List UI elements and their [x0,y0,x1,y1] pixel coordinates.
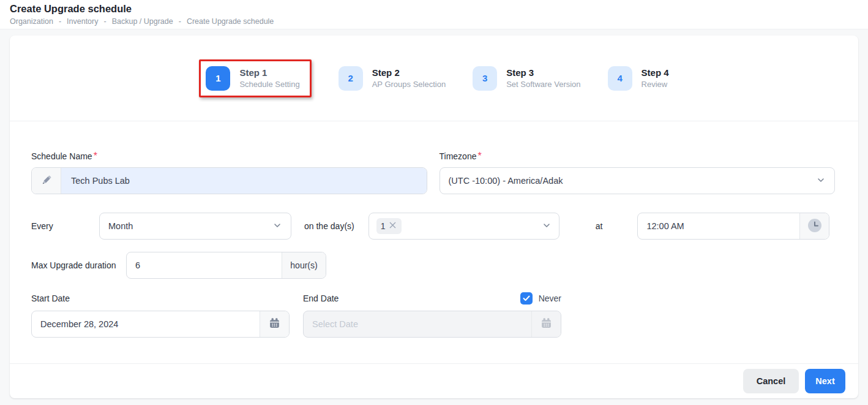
step-1-badge: 1 [206,66,230,91]
stepper-step-3[interactable]: 3 Step 3 Set Software Version [473,66,580,91]
start-date-control [31,311,290,338]
breadcrumb-item-organization[interactable]: Organization [10,17,53,26]
next-button[interactable]: Next [805,369,845,393]
step-4-badge: 4 [608,66,632,91]
duration-control: hour(s) [126,252,326,279]
breadcrumb-separator: - [59,17,61,26]
page-title: Create Upgrade schedule [10,3,858,15]
timezone-select[interactable]: (UTC -10:00) - America/Adak [440,167,836,194]
required-asterisk: * [94,151,97,162]
schedule-name-field-group: Schedule Name * [31,151,427,194]
never-label: Never [539,293,561,303]
timezone-field-group: Timezone * (UTC -10:00) - America/Adak [440,151,836,194]
start-date-input[interactable] [32,311,260,337]
timezone-selected-value: (UTC -10:00) - America/Adak [449,176,563,186]
max-upgrade-duration-label: Max Upgrade duration [31,260,126,270]
chevron-down-icon [272,221,282,232]
timezone-label: Timezone [440,151,477,161]
step-1-title: Step 1 [239,67,299,78]
breadcrumb-separator: - [103,17,106,26]
wizard-stepper: 1 Step 1 Schedule Setting 2 Step 2 AP Gr… [10,36,858,121]
start-date-field-group: Start Date [31,292,290,338]
breadcrumb-item-backup-upgrade[interactable]: Backup / Upgrade [112,17,173,26]
chevron-down-icon [816,175,826,187]
required-asterisk: * [477,151,481,162]
wizard-footer: Cancel Next [10,363,858,398]
stepper-step-1[interactable]: 1 Step 1 Schedule Setting [206,66,299,91]
wizard-card: 1 Step 1 Schedule Setting 2 Step 2 AP Gr… [10,36,858,398]
end-date-control [303,311,561,338]
step-2-title: Step 2 [372,67,446,78]
step-4-subtitle: Review [642,80,669,89]
step1-annotation-box: 1 Step 1 Schedule Setting [199,59,311,97]
check-icon [523,293,530,304]
start-date-picker-button[interactable] [260,311,289,337]
on-the-days-label: on the day(s) [304,221,354,231]
duration-unit-addon: hour(s) [282,252,326,278]
form-body: Schedule Name * [10,151,858,338]
breadcrumb-item-current: Create Upgrade schedule [187,17,274,26]
frequency-select[interactable]: Month [99,213,291,240]
step-1-subtitle: Schedule Setting [239,80,299,89]
calendar-icon [269,317,280,331]
step-2-badge: 2 [339,66,363,91]
stepper-step-4[interactable]: 4 Step 4 Review [608,66,669,91]
time-input[interactable] [638,213,799,239]
step-4-title: Step 4 [642,67,669,78]
every-label: Every [31,221,99,231]
schedule-name-label: Schedule Name [31,151,92,161]
calendar-icon [541,317,552,331]
end-date-field-group: End Date Never [303,292,561,338]
at-label: at [596,221,603,231]
day-tag: 1 [376,218,402,234]
start-date-label: Start Date [31,293,70,303]
chevron-down-icon [542,221,552,232]
duration-input[interactable] [127,252,282,278]
schedule-name-input[interactable] [61,168,427,194]
end-date-label: End Date [303,293,339,303]
breadcrumb: Organization - Inventory - Backup / Upgr… [10,17,858,26]
close-icon[interactable] [388,221,397,232]
step-3-subtitle: Set Software Version [506,80,580,89]
schedule-name-control [31,167,427,194]
step-2-subtitle: AP Groups Selection [372,80,446,89]
clock-icon [807,218,823,235]
days-multiselect[interactable]: 1 [369,213,559,240]
end-date-picker-button [531,311,561,337]
never-toggle-group: Never [520,292,561,305]
frequency-selected-value: Month [108,221,133,231]
day-tag-value: 1 [381,221,386,231]
page-header: Create Upgrade schedule Organization - I… [0,0,868,29]
end-date-input [304,311,531,337]
time-picker-button[interactable] [799,213,829,239]
stepper-step-2[interactable]: 2 Step 2 AP Groups Selection [339,66,446,91]
step-3-badge: 3 [473,66,497,91]
breadcrumb-separator: - [179,17,181,26]
cancel-button[interactable]: Cancel [743,369,799,393]
breadcrumb-item-inventory[interactable]: Inventory [67,17,98,26]
pencil-addon [32,168,61,194]
step-3-title: Step 3 [506,67,580,78]
never-checkbox[interactable] [520,292,533,305]
pencil-icon [40,174,53,188]
time-control [637,213,829,240]
